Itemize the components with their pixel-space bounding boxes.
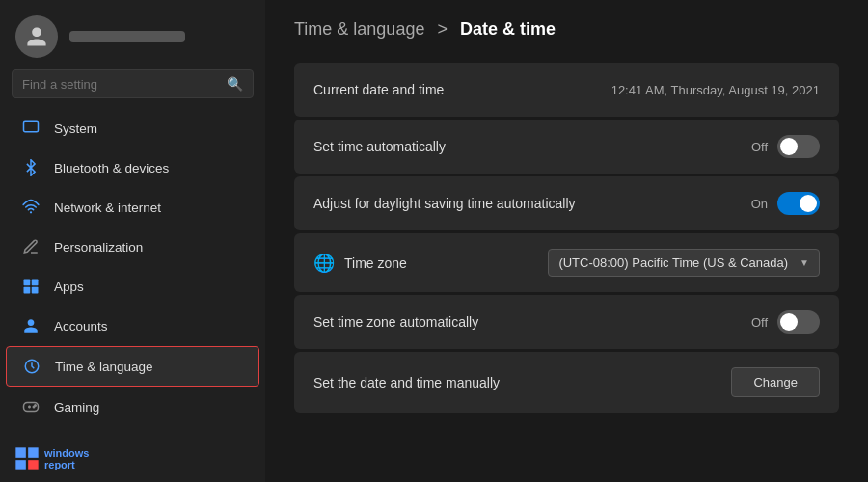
user-icon bbox=[25, 25, 48, 48]
svg-rect-13 bbox=[15, 447, 25, 458]
svg-rect-16 bbox=[28, 460, 38, 470]
accessibility-icon bbox=[21, 437, 41, 438]
main-content: Time & language > Date & time Current da… bbox=[265, 0, 868, 482]
setting-label-timezone: 🌐 Time zone bbox=[313, 253, 407, 274]
breadcrumb-separator: > bbox=[437, 19, 448, 39]
toggle-thumb-set-timezone-auto bbox=[780, 313, 798, 331]
svg-rect-5 bbox=[32, 287, 39, 294]
sidebar-item-apps[interactable]: Apps bbox=[6, 267, 259, 306]
toggle-set-timezone-auto[interactable] bbox=[777, 310, 820, 334]
svg-rect-4 bbox=[24, 287, 31, 294]
accounts-icon bbox=[21, 316, 41, 335]
setting-set-date-manual: Set the date and time manually Change bbox=[294, 352, 839, 413]
toggle-label-set-timezone-auto: Off bbox=[751, 315, 768, 330]
windows-report-logo: windows report bbox=[0, 438, 265, 482]
sidebar-item-network[interactable]: Network & internet bbox=[6, 188, 259, 227]
setting-label-daylight-saving: Adjust for daylight saving time automati… bbox=[313, 196, 576, 211]
svg-rect-3 bbox=[32, 280, 39, 286]
setting-label-set-time-auto: Set time automatically bbox=[313, 139, 446, 154]
toggle-label-set-time-auto: Off bbox=[751, 140, 768, 154]
sidebar-item-label-gaming: Gaming bbox=[54, 400, 99, 415]
toggle-thumb-daylight-saving bbox=[800, 195, 817, 212]
network-icon bbox=[21, 198, 41, 217]
avatar bbox=[15, 15, 58, 58]
sidebar-item-system[interactable]: System bbox=[6, 109, 259, 147]
toggle-daylight-saving[interactable] bbox=[777, 192, 820, 215]
logo-report: report bbox=[44, 459, 89, 470]
breadcrumb-parent: Time & language bbox=[294, 19, 424, 39]
svg-rect-15 bbox=[15, 460, 25, 470]
bluetooth-icon bbox=[21, 158, 41, 177]
sidebar-item-label-accounts: Accounts bbox=[54, 319, 108, 334]
sidebar-item-label-bluetooth: Bluetooth & devices bbox=[54, 161, 169, 175]
search-container: 🔍 bbox=[0, 69, 265, 108]
breadcrumb-current: Date & time bbox=[460, 19, 556, 39]
setting-label-set-date-manual: Set the date and time manually bbox=[313, 375, 500, 390]
personalization-icon bbox=[21, 237, 41, 256]
setting-set-timezone-auto: Set time zone automatically Off bbox=[294, 295, 839, 349]
logo-windows: windows bbox=[44, 447, 89, 459]
sidebar-item-label-time: Time & language bbox=[55, 360, 153, 374]
setting-label-set-timezone-auto: Set time zone automatically bbox=[313, 314, 478, 330]
setting-label-current-datetime: Current date and time bbox=[313, 82, 444, 97]
setting-value-current-datetime: 12:41 AM, Thursday, August 19, 2021 bbox=[611, 83, 820, 97]
breadcrumb: Time & language > Date & time bbox=[294, 19, 839, 40]
sidebar-item-time[interactable]: Time & language bbox=[6, 346, 259, 387]
setting-control-set-time-auto: Off bbox=[751, 135, 820, 158]
setting-control-daylight-saving: On bbox=[751, 192, 820, 215]
timezone-dropdown[interactable]: (UTC-08:00) Pacific Time (US & Canada) ▼ bbox=[548, 249, 820, 277]
time-icon bbox=[22, 357, 41, 376]
windows-logo-icon bbox=[14, 445, 41, 472]
search-input[interactable] bbox=[22, 77, 219, 92]
toggle-thumb-set-time-auto bbox=[780, 138, 798, 155]
sidebar-item-accounts[interactable]: Accounts bbox=[6, 307, 259, 345]
setting-timezone: 🌐 Time zone (UTC-08:00) Pacific Time (US… bbox=[294, 233, 839, 292]
svg-point-11 bbox=[35, 405, 37, 407]
sidebar-item-label-network: Network & internet bbox=[54, 201, 161, 215]
svg-rect-14 bbox=[28, 447, 38, 458]
settings-list: Current date and time 12:41 AM, Thursday… bbox=[294, 63, 839, 413]
apps-icon bbox=[21, 277, 41, 296]
toggle-label-daylight-saving: On bbox=[751, 197, 768, 211]
search-icon: 🔍 bbox=[227, 76, 243, 92]
sidebar-item-label-personalization: Personalization bbox=[54, 240, 143, 254]
setting-current-datetime: Current date and time 12:41 AM, Thursday… bbox=[294, 63, 839, 117]
sidebar-item-personalization[interactable]: Personalization bbox=[6, 228, 259, 266]
sidebar-item-bluetooth[interactable]: Bluetooth & devices bbox=[6, 148, 259, 187]
profile-section bbox=[0, 0, 265, 69]
search-box[interactable]: 🔍 bbox=[12, 69, 254, 98]
profile-name bbox=[69, 31, 185, 42]
timezone-value: (UTC-08:00) Pacific Time (US & Canada) bbox=[558, 255, 788, 270]
change-button[interactable]: Change bbox=[731, 367, 820, 397]
svg-point-1 bbox=[30, 211, 32, 213]
sidebar-item-label-apps: Apps bbox=[54, 280, 84, 294]
setting-daylight-saving: Adjust for daylight saving time automati… bbox=[294, 176, 839, 230]
gaming-icon bbox=[21, 397, 41, 416]
sidebar-nav: System Bluetooth & devices Network & int… bbox=[0, 108, 265, 438]
page-header: Time & language > Date & time bbox=[294, 19, 839, 40]
timezone-globe-icon: 🌐 bbox=[313, 253, 335, 274]
system-icon bbox=[21, 119, 41, 138]
setting-set-time-auto: Set time automatically Off bbox=[294, 120, 839, 174]
setting-control-set-timezone-auto: Off bbox=[751, 310, 820, 334]
svg-rect-0 bbox=[24, 121, 39, 132]
toggle-set-time-auto[interactable] bbox=[777, 135, 820, 158]
sidebar-item-label-system: System bbox=[54, 121, 97, 136]
sidebar: 🔍 System Bluetooth & devices Network & i… bbox=[0, 0, 265, 482]
sidebar-item-gaming[interactable]: Gaming bbox=[6, 388, 259, 426]
logo-text: windows report bbox=[44, 447, 89, 470]
chevron-down-icon: ▼ bbox=[800, 257, 809, 268]
sidebar-item-accessibility[interactable]: Accessibility bbox=[6, 427, 259, 438]
svg-rect-2 bbox=[24, 280, 31, 286]
